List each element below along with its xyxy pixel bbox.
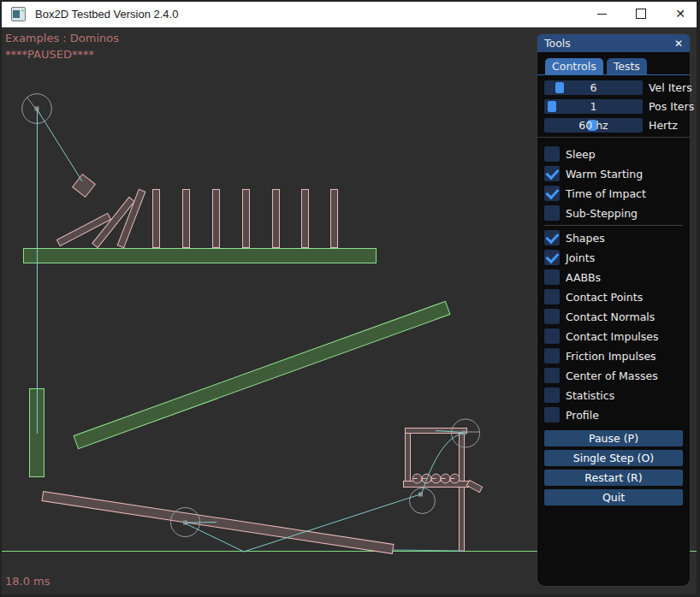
domino-standing-5[interactable]: [273, 190, 280, 248]
checkmark-icon: [545, 250, 559, 263]
domino-standing-3[interactable]: [213, 190, 220, 248]
slider-label: Vel Iters: [649, 81, 692, 94]
panel-close-icon[interactable]: ✕: [674, 38, 683, 49]
checkbox-contact-impulses[interactable]: Contact Impulses: [544, 328, 683, 344]
frame-time-label: 18.0 ms: [5, 575, 50, 588]
app-icon: [11, 7, 26, 21]
slider-pos-iters[interactable]: 1: [544, 99, 643, 114]
joint-pendulum: [38, 110, 82, 181]
checkbox-contact-normals[interactable]: Contact Normals: [544, 309, 683, 324]
window-controls: ✕: [582, 0, 700, 27]
checkbox-label: Joints: [566, 251, 595, 264]
domino-standing-2[interactable]: [183, 190, 190, 248]
tab-tests[interactable]: Tests: [607, 58, 647, 74]
close-button[interactable]: ✕: [661, 0, 700, 27]
checkbox-box[interactable]: [544, 348, 560, 364]
slider-label: Hertz: [649, 119, 678, 132]
maximize-icon: [636, 9, 646, 19]
checkbox-group: SleepWarm StartingTime of ImpactSub-Step…: [537, 141, 690, 428]
domino-standing-6[interactable]: [302, 190, 309, 248]
checkbox-label: Shapes: [566, 232, 605, 245]
slider-row-hertz: 60 hzHertz: [544, 118, 683, 133]
app-icon-inner: [13, 10, 20, 18]
frame-right-post[interactable]: [460, 434, 465, 552]
slider-label: Pos Iters: [649, 100, 694, 113]
separator: [537, 137, 690, 138]
frame-left-post[interactable]: [406, 434, 411, 488]
checkbox-sub-stepping[interactable]: Sub-Stepping: [544, 205, 683, 221]
slider-hertz[interactable]: 60 hz: [544, 118, 643, 133]
checkbox-label: Friction Impulses: [566, 350, 656, 363]
checkbox-profile[interactable]: Profile: [544, 407, 683, 423]
tools-panel-header[interactable]: Tools ✕: [537, 34, 690, 52]
minimize-icon: [597, 14, 607, 15]
checkbox-box[interactable]: [544, 368, 560, 383]
shelf-tab[interactable]: [466, 480, 482, 492]
checkbox-box[interactable]: [544, 387, 560, 403]
checkbox-time-of-impact[interactable]: Time of Impact: [544, 186, 683, 201]
slider-row-pos-iters: 1Pos Iters: [544, 99, 683, 114]
checkbox-label: Statistics: [566, 389, 614, 402]
action-buttons: Pause (P)Single Step (O)Restart (R)Quit: [537, 428, 690, 511]
checkbox-sleep[interactable]: Sleep: [544, 146, 683, 162]
tab-controls[interactable]: Controls: [545, 58, 603, 74]
checkbox-label: Sleep: [566, 148, 596, 161]
window-titlebar: Box2D Testbed Version 2.4.0 ✕: [0, 0, 700, 27]
checkbox-box[interactable]: [544, 269, 560, 285]
slider-row-vel-iters: 6Vel Iters: [544, 80, 683, 95]
ramp: [74, 301, 450, 448]
checkbox-friction-impulses[interactable]: Friction Impulses: [544, 348, 683, 364]
checkbox-box[interactable]: [544, 289, 560, 304]
paused-label: ****PAUSED****: [5, 48, 94, 61]
slider-group: 6Vel Iters1Pos Iters60 hzHertz: [537, 75, 690, 133]
separator: [544, 225, 683, 226]
hanging-box[interactable]: [73, 174, 96, 198]
checkbox-box[interactable]: [544, 230, 560, 245]
checkbox-label: AABBs: [566, 271, 601, 284]
domino-standing-7[interactable]: [331, 190, 338, 248]
checkbox-center-of-masses[interactable]: Center of Masses: [544, 368, 683, 383]
checkmark-icon: [545, 166, 559, 180]
checkbox-box[interactable]: [544, 309, 560, 324]
checkbox-contact-points[interactable]: Contact Points: [544, 289, 683, 304]
checkbox-box[interactable]: [544, 328, 560, 344]
app-window: Box2D Testbed Version 2.4.0 ✕: [0, 0, 700, 597]
checkbox-box[interactable]: [544, 146, 560, 162]
balls-group: [412, 474, 460, 483]
quit-button[interactable]: Quit: [544, 489, 683, 505]
domino-standing-4[interactable]: [243, 190, 250, 248]
checkbox-statistics[interactable]: Statistics: [544, 387, 683, 403]
checkbox-box[interactable]: [544, 166, 560, 181]
single-step-o-button[interactable]: Single Step (O): [544, 450, 683, 466]
long-plank[interactable]: [42, 492, 394, 554]
checkbox-aabbs[interactable]: AABBs: [544, 269, 683, 285]
maximize-button[interactable]: [621, 0, 661, 27]
joint-ground-link: [393, 550, 465, 551]
checkbox-warm-starting[interactable]: Warm Starting: [544, 166, 683, 181]
example-label: Examples : Dominos: [5, 32, 119, 44]
checkbox-label: Contact Points: [566, 291, 643, 304]
domino-standing-1[interactable]: [153, 190, 160, 248]
minimize-button[interactable]: [582, 0, 621, 27]
checkbox-shapes[interactable]: Shapes: [544, 230, 683, 245]
checkbox-label: Contact Impulses: [566, 330, 659, 343]
checkbox-label: Warm Starting: [566, 168, 643, 180]
pause-p-button[interactable]: Pause (P): [544, 430, 683, 446]
close-icon: ✕: [675, 8, 685, 20]
simulation-canvas[interactable]: Examples : Dominos ****PAUSED**** 18.0 m…: [0, 27, 700, 597]
checkmark-icon: [545, 186, 559, 199]
joint-plank-axis: [186, 523, 217, 523]
checkbox-box[interactable]: [544, 186, 560, 201]
slider-vel-iters[interactable]: 6: [544, 80, 643, 95]
checkbox-box[interactable]: [544, 250, 560, 265]
window-title: Box2D Testbed Version 2.4.0: [35, 8, 178, 21]
restart-r-button[interactable]: Restart (R): [544, 470, 683, 486]
domino-fallen-3[interactable]: [117, 189, 145, 247]
dynamic-bodies: [42, 174, 483, 554]
checkbox-box[interactable]: [544, 407, 560, 423]
checkbox-box[interactable]: [544, 205, 560, 221]
checkbox-joints[interactable]: Joints: [544, 250, 683, 265]
checkmark-icon: [545, 230, 559, 244]
slider-value: 1: [544, 99, 643, 114]
checkbox-label: Contact Normals: [566, 310, 655, 323]
